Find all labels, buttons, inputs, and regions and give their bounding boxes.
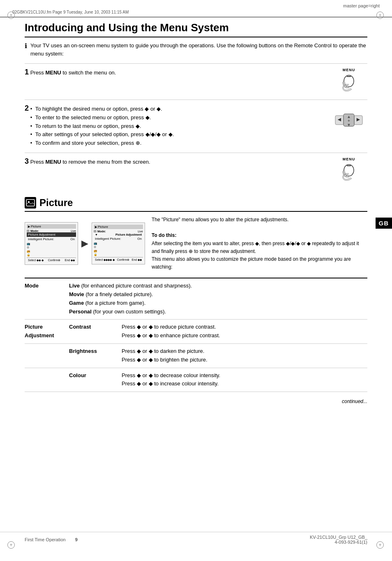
info-icon: ℹ [25, 42, 27, 50]
table-row-colour: Colour Press ◆ or ◆ to decrease colour i… [25, 368, 367, 392]
contrast-content: Press ◆ or ◆ to reduce picture contrast.… [122, 323, 367, 340]
picture-description: The "Picture" menu allows you to alter t… [152, 216, 367, 271]
screenshot1-row-ip: Intelligent Picture: On [27, 237, 76, 241]
menu-label-3: MENU [343, 157, 355, 161]
step-3-text: Press MENU to remove the menu from the s… [30, 159, 150, 165]
file-info: 02GBKV21CL10U.fm Page 9 Tuesday, June 10… [0, 9, 392, 17]
step-1-text: Press MENU to switch the menu on. [30, 70, 116, 76]
bullet-2: To enter to the selected menu or option,… [30, 114, 174, 122]
brightness-content: Press ◆ or ◆ to darken the picture. Pres… [122, 347, 367, 364]
screenshot2-title: ▶ Picture [94, 225, 143, 229]
page-container: master page=right 02GBKV21CL10U.fm Page … [0, 0, 392, 561]
picture-content: ▶ Picture 🖼 Mode: Live Picture Adjustmen… [25, 216, 367, 271]
table-section: Mode Live (for enhanced picture contrast… [25, 278, 367, 392]
gb-badge: GB [376, 218, 392, 229]
section-title: Introducing and Using the Menu System [25, 21, 367, 37]
screenshot1-footer: Select ◆◆ ◆Confirm⊕End ◆◆ [27, 257, 76, 263]
file-info-text: 02GBKV21CL10U.fm Page 9 Tuesday, June 10… [12, 10, 129, 14]
step-1-block: 1 Press MENU to switch the menu on. MENU [25, 63, 367, 100]
step-3-number: 3 [25, 157, 29, 165]
footer-left: First Time Operation 9 [25, 537, 78, 542]
screenshot2-row-ip: Intelligent Picture: On [94, 236, 143, 241]
picture-screenshots: ▶ Picture 🖼 Mode: Live Picture Adjustmen… [25, 216, 145, 271]
main-content: Introducing and Using the Menu System ℹ … [0, 17, 392, 421]
info-box: ℹ Your TV uses an on-screen menu system … [25, 42, 367, 58]
table-row-brightness: Brightness Press ◆ or ◆ to darken the pi… [25, 344, 367, 368]
step-2-image: ◄ ► ▲ + ▼ [330, 106, 367, 134]
screenshot2-footer: Select ◆◆◆◆ ◆Confirm⊕End ◆◆ [94, 257, 143, 262]
table-row-mode: Mode Live (for enhanced picture contrast… [25, 278, 367, 320]
corner-mark-tl [7, 12, 16, 20]
step-1-left: 1 Press MENU to switch the menu on. [25, 68, 330, 77]
brightness-subcategory: Brightness [69, 347, 118, 356]
screenshot1-title: ▶ Picture [27, 224, 76, 229]
pa-category: PictureAdjustment [25, 323, 66, 340]
step-2-left: 2 To highlight the desired menu or optio… [25, 104, 330, 148]
bullet-4: To alter settings of your selected optio… [30, 130, 174, 139]
bullet-5: To confirm and store your selection, pre… [30, 139, 174, 148]
picture-svg-icon [26, 199, 35, 206]
picture-section-title: Picture [25, 197, 367, 212]
screenshot1-row-pa: Picture Adjustment [27, 232, 76, 237]
hand-svg-3 [338, 162, 360, 185]
svg-rect-12 [26, 199, 35, 206]
table-row-contrast: PictureAdjustment Contrast Press ◆ or ◆ … [25, 320, 367, 344]
step-3-block: 3 Press MENU to remove the menu from the… [25, 153, 367, 189]
footer-doc-ref: KV-21CL10U_Grp U12_GB_ [310, 535, 367, 540]
nav-cross-svg: ◄ ► ▲ + ▼ [334, 106, 363, 134]
step-2-block: 2 To highlight the desired menu or optio… [25, 100, 367, 153]
svg-rect-1 [347, 76, 351, 77]
info-text: Your TV uses an on-screen menu system to… [30, 42, 367, 58]
todo-label: To do this: [152, 232, 176, 238]
svg-text:◄: ◄ [337, 116, 342, 123]
menu-button-illustration-1: MENU [338, 68, 360, 95]
footer: First Time Operation 9 KV-21CL10U_Grp U1… [0, 532, 392, 545]
step-1-image: MENU [330, 68, 367, 95]
master-page-label: master page=right [343, 3, 380, 8]
step-2-bullets: To highlight the desired menu or option,… [30, 105, 174, 148]
picture-section: GB Picture [25, 197, 367, 404]
todo-text: After selecting the item you want to alt… [152, 240, 367, 255]
menu-button-illustration-3: MENU [338, 157, 360, 185]
menu-label-1: MENU [343, 68, 355, 72]
colour-subcategory: Colour [69, 371, 118, 380]
step-2-number: 2 [25, 104, 29, 112]
screenshot2-title-text: Picture [98, 225, 108, 229]
screenshot1-title-text: Picture [31, 225, 41, 228]
menu-screenshot-2: ▶ Picture 🖼 Mode: Live ▼ Picture Adjustm… [92, 223, 145, 264]
picture-title-text: Picture [39, 197, 73, 209]
picture-icon [25, 197, 36, 209]
header-bar: master page=right [0, 0, 392, 9]
footer-part-number: 4-093-929-61(1) [310, 540, 367, 545]
step-1-number: 1 [25, 68, 29, 76]
continued-text: continued... [25, 399, 367, 404]
footer-section-label: First Time Operation [25, 537, 66, 542]
svg-rect-11 [347, 165, 351, 166]
step-3-image: MENU [330, 157, 367, 185]
footer-page-number: 9 [75, 537, 78, 542]
colour-content: Press ◆ or ◆ to decrease colour intensit… [122, 371, 367, 389]
contrast-subcategory: Contrast [69, 323, 118, 332]
corner-mark-tr [376, 12, 385, 20]
bullet-3: To return to the last menu or option, pr… [30, 122, 174, 131]
mode-category: Mode [25, 282, 66, 290]
hand-svg-1 [338, 73, 360, 95]
svg-text:►: ► [355, 116, 361, 123]
mode-content: Live (for enhanced picture contrast and … [69, 282, 367, 316]
svg-text:▼: ▼ [347, 123, 351, 127]
menu-screenshot-1: ▶ Picture 🖼 Mode: Live Picture Adjustmen… [25, 222, 78, 265]
arrow-right: ▶ [81, 238, 88, 249]
picture-desc-text: The "Picture" menu allows you to alter t… [152, 216, 367, 224]
footer-right: KV-21CL10U_Grp U12_GB_ 4-093-929-61(1) [310, 535, 367, 545]
todo-text-2: This menu also allows you to customize t… [152, 255, 367, 271]
step-3-left: 3 Press MENU to remove the menu from the… [25, 157, 330, 167]
bullet-1: To highlight the desired menu or option,… [30, 105, 174, 114]
